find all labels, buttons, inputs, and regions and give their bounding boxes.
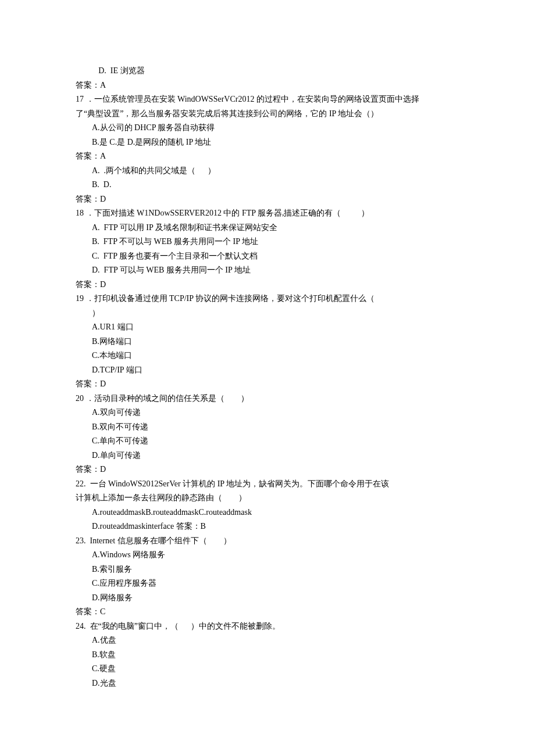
option-text: C. FTP 服务也要有一个主目录和一个默认文档 bbox=[76, 249, 459, 264]
answer-text: 答案：D bbox=[76, 192, 459, 207]
answer-text: 答案：C bbox=[76, 605, 459, 619]
answer-text: 答案：D bbox=[76, 463, 459, 477]
option-text: A.从公司的 DHCP 服务器自动获得 bbox=[76, 121, 459, 135]
option-text: A.UR1 端口 bbox=[76, 320, 459, 335]
option-text: A.routeaddmaskB.routeaddmaskC.routeaddma… bbox=[76, 506, 459, 520]
option-text: A. .两个域和的共同父域是（ ） bbox=[76, 164, 459, 178]
option-text: B.网络端口 bbox=[76, 335, 459, 349]
question-text: 24. 在“我的电脑”窗口中，（ ）中的文件不能被删除。 bbox=[76, 619, 459, 634]
question-text: 22. 一台 WindoWS2012SerVer 计算机的 IP 地址为，缺省网… bbox=[76, 477, 459, 492]
document-page: D. IE 浏览器 答案：A 17 ．一位系统管理员在安装 WindOWSSer… bbox=[0, 0, 535, 756]
option-text: A.Windows 网络服务 bbox=[76, 548, 459, 562]
option-text: D.光盘 bbox=[76, 676, 459, 691]
option-text: B.双向不可传递 bbox=[76, 420, 459, 435]
option-text: D. IE 浏览器 bbox=[76, 64, 459, 78]
option-text: D.routeaddmaskinterface 答案：B bbox=[76, 519, 459, 534]
option-text: B.软盘 bbox=[76, 648, 459, 662]
option-text: B. D. bbox=[76, 178, 459, 192]
option-text: D. FTP 可以与 WEB 服务共用同一个 IP 地址 bbox=[76, 263, 459, 278]
option-text: A.双向可传递 bbox=[76, 406, 459, 420]
option-text: D.TCP/IP 端口 bbox=[76, 363, 459, 378]
option-text: A.优盘 bbox=[76, 633, 459, 648]
option-text: D.单向可传递 bbox=[76, 449, 459, 463]
option-text: A. FTP 可以用 IP 及域名限制和证书来保证网站安全 bbox=[76, 221, 459, 235]
answer-text: 答案：A bbox=[76, 149, 459, 164]
option-text: C.应用程序服务器 bbox=[76, 576, 459, 591]
option-text: B.索引服务 bbox=[76, 562, 459, 577]
question-text: 20 ．活动目录种的域之间的信任关系是（ ） bbox=[76, 392, 459, 406]
answer-text: 答案：D bbox=[76, 278, 459, 292]
option-text: C.本地端口 bbox=[76, 349, 459, 363]
question-text: 了“典型设置”，那么当服务器安装完成后将其连接到公司的网络，它的 IP 地址会（… bbox=[76, 107, 459, 121]
option-text: C.单向不可传递 bbox=[76, 434, 459, 449]
question-text: 计算机上添加一条去往网段的静态路由（ ） bbox=[76, 491, 459, 506]
option-text: C.硬盘 bbox=[76, 662, 459, 676]
option-text: D.网络服务 bbox=[76, 591, 459, 605]
question-text: ） bbox=[76, 306, 459, 321]
question-text: 17 ．一位系统管理员在安装 WindOWSSerVCr2012 的过程中，在安… bbox=[76, 92, 459, 107]
question-text: 23. Internet 信息服务在哪个组件下（ ） bbox=[76, 534, 459, 549]
answer-text: 答案：D bbox=[76, 377, 459, 392]
option-text: B. FTP 不可以与 WEB 服务共用同一个 IP 地址 bbox=[76, 235, 459, 249]
question-text: 19 ．打印机设备通过使用 TCP/IP 协议的网卡连接网络，要对这个打印机配置… bbox=[76, 292, 459, 306]
option-text: B.是 C.是 D.是网段的随机 IP 地址 bbox=[76, 135, 459, 150]
question-text: 18 ．下面对描述 W1NDowSSERVER2012 中的 FTP 服务器,描… bbox=[76, 206, 459, 221]
answer-text: 答案：A bbox=[76, 78, 459, 93]
